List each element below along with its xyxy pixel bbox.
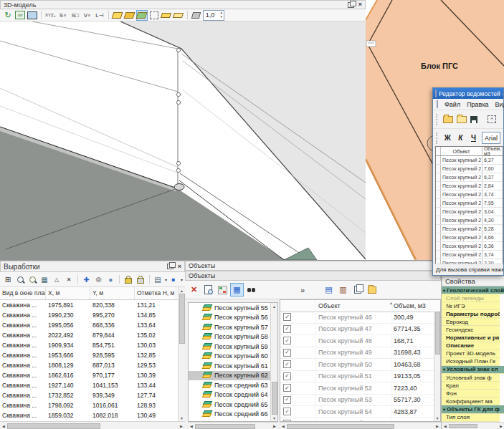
object-row[interactable]: Песок крупный 5355717,30 bbox=[280, 395, 434, 407]
table-view-icon[interactable]: ▦ bbox=[230, 283, 244, 297]
borehole-row[interactable]: Скважина ...1798,0921016,061128,93 bbox=[0, 400, 178, 410]
object-row[interactable]: Песок крупный 5010463,68 bbox=[280, 359, 434, 371]
property-row[interactable]: № ИГЭ bbox=[442, 302, 500, 310]
report-row[interactable]: Песок крупный 22,84 bbox=[436, 182, 503, 191]
new-from-template-icon[interactable] bbox=[457, 116, 467, 123]
delete-object-icon[interactable]: ✕ bbox=[187, 283, 201, 297]
refresh-model-icon[interactable]: ↻ bbox=[2, 10, 14, 21]
save-file-icon[interactable] bbox=[470, 116, 477, 123]
col-view-in-plan[interactable]: Вид в окне плана bbox=[0, 287, 46, 299]
find-object-icon[interactable] bbox=[201, 283, 215, 297]
property-row[interactable]: Проект 3D-модель bbox=[442, 350, 500, 358]
object-row[interactable]: Песок крупный 5554626,57 bbox=[280, 418, 434, 422]
property-row[interactable]: Тип слоя bbox=[442, 414, 500, 422]
3d-viewport[interactable] bbox=[0, 21, 366, 260]
report-icon[interactable]: ▤ bbox=[322, 283, 336, 297]
col-visibility[interactable] bbox=[280, 300, 316, 312]
swatch-dropdown-icon[interactable]: ▾ bbox=[181, 277, 183, 282]
report-row[interactable]: Песок крупный 24,66 bbox=[436, 233, 503, 242]
borehole-row[interactable]: Скважина ...1975,891820,338131,21 bbox=[0, 300, 178, 310]
color-swatch-icon[interactable]: ■ bbox=[168, 274, 179, 285]
col-volume[interactable]: Объем, м3 bbox=[391, 300, 440, 312]
layer-item[interactable]: Песок средний 64 bbox=[189, 390, 270, 400]
layout-dropdown-icon[interactable]: ▾ bbox=[165, 277, 167, 282]
report-row[interactable]: Песок крупный 23,74 bbox=[436, 251, 503, 259]
report-row[interactable]: Песок крупный 27,95 bbox=[436, 199, 503, 208]
property-row[interactable]: Параметры подроб bbox=[442, 310, 500, 318]
property-section[interactable]: Объекты ГК для ф bbox=[442, 405, 504, 413]
sphere-icon[interactable]: ● bbox=[105, 274, 116, 285]
search-binoculars-icon[interactable] bbox=[244, 283, 258, 297]
col-object[interactable]: Объект bbox=[316, 300, 391, 312]
object-row[interactable]: Песок крупный 46300,49 bbox=[280, 312, 434, 324]
lock-icon[interactable] bbox=[123, 274, 134, 285]
property-row[interactable]: Нормативные и ра bbox=[442, 334, 500, 342]
row-checkbox[interactable] bbox=[283, 420, 291, 421]
layer-item[interactable]: Песок крупный 58 bbox=[189, 332, 270, 342]
boreholes-vscrollbar[interactable]: ▲▼ bbox=[178, 287, 185, 421]
report-row[interactable]: Песок крупный 26,36 bbox=[436, 242, 503, 251]
layer-item[interactable]: Песок средний 66 bbox=[189, 410, 270, 420]
shaded-model-icon[interactable] bbox=[136, 10, 148, 21]
borehole-row[interactable]: Скважина ...1927,1401041,153133,44 bbox=[0, 380, 178, 390]
layer-item[interactable]: Песок крупный 61 bbox=[189, 361, 270, 371]
layer-list-vscrollbar[interactable]: ▲▼ bbox=[270, 303, 277, 421]
layer-item[interactable]: Песок средний 63 bbox=[189, 380, 270, 390]
menu-edit[interactable]: Правка bbox=[467, 101, 488, 108]
row-checkbox[interactable] bbox=[283, 349, 291, 357]
col-elevation[interactable]: Отметка H, м bbox=[135, 287, 176, 299]
stepper-arrows-icon[interactable]: ▲▼ bbox=[219, 11, 222, 19]
float-panel-icon[interactable] bbox=[348, 2, 354, 8]
property-section[interactable]: Геологический слой bbox=[442, 286, 504, 294]
property-row[interactable]: Исходный План Ге bbox=[442, 358, 500, 366]
font-family-select[interactable]: Arial bbox=[482, 132, 500, 144]
boreholes-hscrollbar[interactable]: ◀▶ bbox=[0, 421, 185, 429]
layer-list-hscrollbar[interactable]: ◀▶ bbox=[188, 422, 278, 429]
zoom-borehole-icon[interactable] bbox=[14, 274, 26, 285]
row-checkbox[interactable] bbox=[283, 337, 291, 344]
solid-model-icon[interactable] bbox=[112, 10, 123, 21]
layer-item[interactable]: Песок крупный 57 bbox=[189, 322, 270, 332]
display-settings-icon[interactable] bbox=[27, 10, 38, 21]
objects-table-hscrollbar[interactable]: ◀▶ bbox=[280, 422, 441, 429]
layer-item[interactable]: Песок крупный 56 bbox=[189, 313, 270, 323]
col-x[interactable]: X, м bbox=[46, 287, 90, 299]
length-measure-icon[interactable]: L⊣ bbox=[94, 10, 105, 21]
layer-item-selected[interactable]: Песок крупный 62 bbox=[189, 371, 270, 381]
close-panel-icon[interactable]: × bbox=[358, 1, 362, 8]
col-y[interactable]: Y, м bbox=[90, 287, 135, 299]
layer-item[interactable]: Песок крупный 60 bbox=[189, 352, 270, 362]
more-tools-chevron[interactable]: » bbox=[295, 283, 310, 297]
report-row[interactable]: Песок крупный 25,28 bbox=[436, 225, 503, 233]
volume-icon[interactable]: V∘ bbox=[82, 10, 93, 21]
borehole-row[interactable]: Скважина ...1732,852939,349127,74 bbox=[0, 390, 178, 400]
object-row[interactable]: Песок крупный 48168,71 bbox=[280, 335, 434, 347]
legend-icon[interactable] bbox=[216, 283, 229, 297]
object-row[interactable]: Песок крупный 544283,87 bbox=[280, 406, 434, 418]
italic-button[interactable]: К bbox=[456, 134, 465, 142]
close-panel-icon[interactable]: × bbox=[178, 264, 181, 270]
unlock-icon[interactable] bbox=[135, 274, 146, 285]
report-row[interactable]: Песок крупный 26,37 bbox=[436, 173, 503, 182]
row-checkbox[interactable] bbox=[283, 313, 291, 321]
report-row[interactable]: Песок крупный 23,74 bbox=[436, 191, 503, 199]
wireframe-model-icon[interactable] bbox=[148, 10, 160, 21]
borehole-row[interactable]: Скважина ...1990,230995,270134,85 bbox=[0, 310, 178, 320]
property-row[interactable]: Коэффициент ма bbox=[442, 397, 500, 405]
borehole-row[interactable]: Скважина ...1859,0321082,018130,49 bbox=[0, 410, 178, 420]
derrick-icon[interactable]: △ bbox=[51, 274, 62, 285]
report-row[interactable]: Песок крупный 26,37 bbox=[436, 156, 503, 165]
bold-button[interactable]: Ж bbox=[443, 134, 452, 142]
row-checkbox[interactable] bbox=[283, 384, 291, 392]
export-objects-icon[interactable] bbox=[365, 283, 379, 297]
properties-hscrollbar[interactable]: ◀▶ bbox=[442, 422, 504, 429]
property-row[interactable]: Фон bbox=[442, 390, 500, 397]
report-editor-titlebar[interactable]: Редактор ведомостей - bbox=[433, 88, 503, 99]
property-row[interactable]: Крап bbox=[442, 382, 500, 390]
surface-point-icon[interactable]: S∘ bbox=[57, 10, 69, 21]
open-file-icon[interactable] bbox=[443, 116, 453, 123]
borehole-row[interactable]: Скважина ...1995,056868,336133,64 bbox=[0, 320, 178, 330]
report-row[interactable]: Песок крупный 27,60 bbox=[436, 165, 503, 173]
report-row[interactable]: Песок крупный 23,04 bbox=[436, 208, 503, 216]
export-dxf-icon[interactable]: dxf bbox=[14, 10, 26, 21]
